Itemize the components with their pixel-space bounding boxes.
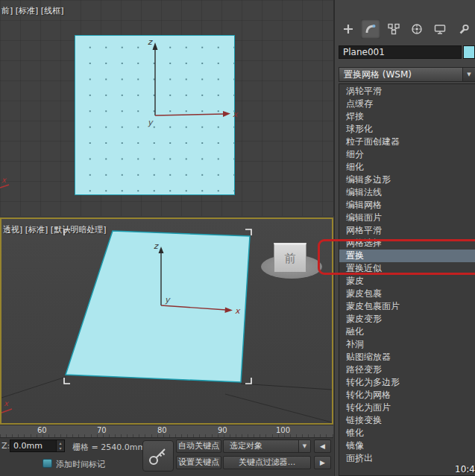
3ds-max-window: 前] [标准] [线框] z x y x 透视] [标准] [默认明暗处理] bbox=[0, 0, 475, 476]
trackbar-tick: 90 bbox=[218, 426, 227, 434]
viewport-perspective-label[interactable]: 透视] [标准] [默认明暗处理] bbox=[3, 224, 106, 235]
modifier-item[interactable]: 链接变换 bbox=[339, 414, 475, 427]
auto-key-button[interactable]: 自动关键点 bbox=[176, 439, 221, 453]
next-key-button[interactable]: ▶ bbox=[314, 456, 331, 469]
display-icon bbox=[433, 22, 447, 36]
z-coordinate-label: Z: bbox=[1, 441, 10, 451]
hierarchy-tab[interactable] bbox=[384, 19, 403, 39]
chevron-down-icon[interactable]: ▼ bbox=[462, 68, 475, 81]
modifier-dropdown-list: 涡轮平滑 点缓存 焊接 球形化 粒子面创建器 细分 细化 编辑多边形 编辑法线 … bbox=[339, 83, 475, 476]
modifier-item[interactable]: 涡轮平滑 bbox=[339, 85, 475, 98]
world-axis-x-label: x bbox=[4, 399, 9, 407]
add-time-tag-button[interactable]: 添加时间标记 bbox=[56, 459, 105, 470]
modifier-list-dropdown[interactable]: 置换网格 (WSM) ▼ bbox=[339, 67, 475, 82]
display-tab[interactable] bbox=[430, 19, 450, 39]
modifier-item[interactable]: 蒙皮变形 bbox=[339, 313, 475, 326]
key-icon bbox=[146, 444, 170, 468]
modifier-item[interactable]: 镜像 bbox=[339, 439, 475, 452]
modifier-item[interactable]: 细化 bbox=[339, 161, 475, 174]
utilities-tab[interactable] bbox=[453, 19, 473, 39]
motion-tab[interactable] bbox=[407, 19, 427, 39]
viewport-front[interactable]: 前] [标准] [线框] z x y x bbox=[0, 0, 334, 216]
modifier-item[interactable]: 球形化 bbox=[339, 123, 475, 136]
modifier-item[interactable]: 编辑法线 bbox=[339, 186, 475, 199]
plane-object-perspective bbox=[66, 231, 250, 382]
timestamp-overlay: 10:4 bbox=[455, 464, 475, 475]
modifier-item[interactable]: 网格选择 bbox=[339, 237, 475, 250]
object-color-swatch[interactable] bbox=[463, 45, 475, 59]
trackbar[interactable]: 60 70 80 90 100 bbox=[0, 425, 333, 438]
set-keys-big-button[interactable] bbox=[142, 440, 174, 472]
modifier-item[interactable]: 粒子面创建器 bbox=[339, 136, 475, 148]
axis-z-label: z bbox=[148, 37, 153, 47]
modifier-item[interactable]: 转化为多边形 bbox=[339, 376, 475, 389]
modifier-item[interactable]: 转化为网格 bbox=[339, 389, 475, 402]
trackbar-tick: 70 bbox=[97, 426, 107, 434]
modifier-item[interactable]: 编辑面片 bbox=[339, 212, 475, 224]
selection-set-dropdown[interactable]: 选定对象 ▼ bbox=[223, 439, 311, 453]
wrench-icon bbox=[456, 22, 470, 36]
modifier-item[interactable]: 焊接 bbox=[339, 110, 475, 123]
modifier-item[interactable]: 置换近似 bbox=[339, 262, 475, 275]
modifier-item[interactable]: 网格平滑 bbox=[339, 224, 475, 237]
trackbar-tick: 80 bbox=[157, 426, 167, 434]
modifier-dropdown-value: 置换网格 (WSM) bbox=[344, 69, 412, 80]
set-key-button[interactable]: 设置关键点 bbox=[176, 456, 221, 469]
viewport-perspective[interactable]: 透视] [标准] [默认明暗处理] z x y x 前 bbox=[0, 218, 333, 425]
modifier-item[interactable]: 蒙皮 bbox=[339, 275, 475, 288]
modifier-item[interactable]: 补洞 bbox=[339, 338, 475, 351]
viewport-front-label[interactable]: 前] [标准] [线框] bbox=[1, 5, 63, 16]
hierarchy-icon bbox=[387, 22, 400, 36]
command-panel-tabs bbox=[335, 19, 475, 40]
spinner-arrows-icon[interactable]: ▴▾ bbox=[56, 440, 64, 451]
modifier-item[interactable]: 路径变形 bbox=[339, 364, 475, 376]
previous-key-button[interactable]: ◀ bbox=[314, 439, 331, 453]
plus-icon bbox=[342, 22, 355, 36]
modifier-item[interactable]: 转化为面片 bbox=[339, 402, 475, 414]
axis-y-label: y bbox=[148, 118, 154, 127]
modifier-item[interactable]: 融化 bbox=[339, 326, 475, 338]
axis-x-label: x bbox=[233, 110, 239, 119]
z-coordinate-value: 0.0mm bbox=[13, 441, 43, 451]
command-panel: Plane001 置换网格 (WSM) ▼ 涡轮平滑 点缓存 焊接 球形化 粒子… bbox=[334, 0, 475, 476]
modifier-item[interactable]: 蒙皮包裹面片 bbox=[339, 300, 475, 313]
perspective-scene: z x y x bbox=[1, 219, 332, 423]
modifier-item[interactable]: 编辑多边形 bbox=[339, 174, 475, 186]
modifier-item[interactable]: 面挤出 bbox=[339, 452, 475, 465]
modifier-item[interactable]: 细分 bbox=[339, 148, 475, 161]
modifier-item[interactable]: 编辑网格 bbox=[339, 199, 475, 212]
modifier-item[interactable]: 贴图缩放器 bbox=[339, 351, 475, 364]
object-name-field[interactable]: Plane001 bbox=[339, 45, 462, 59]
z-coordinate-field[interactable]: 0.0mm ▴▾ bbox=[10, 439, 65, 452]
key-filters-button[interactable]: 关键点过滤器... bbox=[223, 456, 311, 469]
world-axis-x-label: x bbox=[1, 176, 7, 184]
axis-tripod-front: z x y x bbox=[0, 0, 333, 216]
modifier-item[interactable]: 蒙皮包裹 bbox=[339, 288, 475, 300]
grid-size-readout: 栅格 = 2540.0mm bbox=[72, 442, 145, 453]
modifier-item-selected[interactable]: 置换 bbox=[339, 250, 475, 262]
modify-tab[interactable] bbox=[361, 19, 380, 39]
trackbar-tick: 60 bbox=[37, 426, 47, 434]
chevron-down-icon[interactable]: ▼ bbox=[298, 440, 310, 452]
time-tag-icon bbox=[43, 459, 52, 468]
motion-icon bbox=[410, 22, 424, 36]
modify-icon bbox=[364, 22, 377, 36]
trackbar-tick: 100 bbox=[276, 426, 290, 434]
selection-set-value: 选定对象 bbox=[230, 441, 262, 451]
status-bar: Z: 0.0mm ▴▾ 栅格 = 2540.0mm 添加时间标记 自动关键点 选… bbox=[0, 438, 333, 476]
modifier-item[interactable]: 锥化 bbox=[339, 427, 475, 439]
modifier-item[interactable]: 点缓存 bbox=[339, 98, 475, 110]
create-tab[interactable] bbox=[339, 19, 358, 39]
